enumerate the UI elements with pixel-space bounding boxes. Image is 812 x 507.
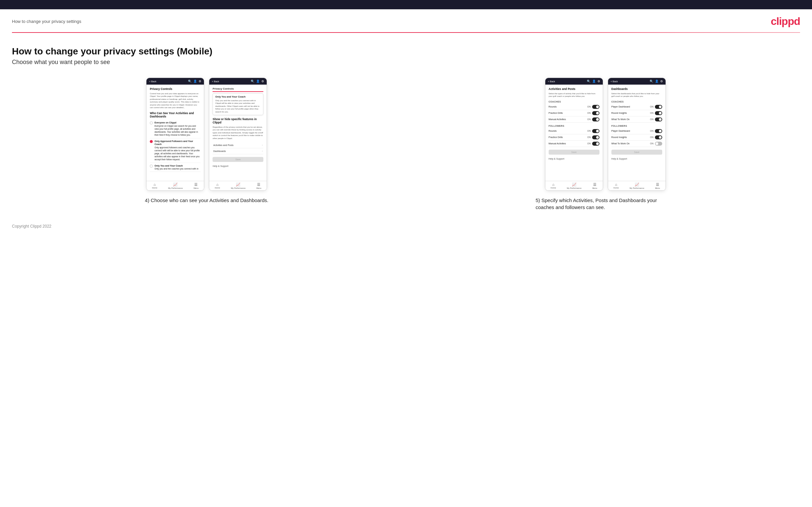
toggle-switch[interactable] bbox=[592, 111, 600, 115]
search-icon-4[interactable]: 🔍 bbox=[650, 79, 653, 83]
home-icon-2: ⌂ bbox=[216, 182, 218, 186]
popup-card-desc: Only you and the coaches you connect wit… bbox=[215, 99, 261, 113]
search-icon-3[interactable]: 🔍 bbox=[587, 79, 591, 83]
page-title: How to change your privacy settings (Mob… bbox=[12, 46, 800, 57]
toggle-row-label: What To Work On bbox=[611, 143, 630, 145]
activities-arrow: › bbox=[262, 144, 263, 147]
nav-menu-2[interactable]: ☰ Menu bbox=[256, 182, 261, 189]
nav-home-1[interactable]: ⌂ Home bbox=[152, 182, 157, 189]
screen2-topbar: < Back 🔍 👤 ⚙ bbox=[209, 78, 267, 84]
menu-label-4: Menu bbox=[655, 187, 660, 189]
back-button-1[interactable]: < Back bbox=[149, 80, 156, 82]
dashboards-nav[interactable]: Dashboards › bbox=[212, 148, 263, 154]
toggle-row-label: Rounds bbox=[549, 130, 557, 132]
screen1-body: Privacy Controls Control how you and you… bbox=[146, 84, 204, 181]
screen4-bottom-nav: ⌂ Home 📈 My Performance ☰ Menu bbox=[608, 181, 666, 190]
screen3-section-title: Activities and Posts bbox=[549, 87, 600, 91]
toggle-switch[interactable] bbox=[655, 117, 662, 121]
screen3-bottom-nav: ⌂ Home 📈 My Performance ☰ Menu bbox=[545, 181, 603, 190]
nav-home-2[interactable]: ⌂ Home bbox=[215, 182, 220, 189]
save-button-4[interactable]: Save bbox=[611, 150, 662, 155]
toggle-on-label: ON bbox=[650, 136, 654, 138]
toggle-switch[interactable] bbox=[655, 111, 662, 115]
toggle-row: RoundsON bbox=[549, 104, 600, 110]
nav-performance-1[interactable]: 📈 My Performance bbox=[168, 182, 183, 189]
option3-desc: Only you and the coaches you connect wit… bbox=[154, 168, 198, 170]
home-icon-4: ⌂ bbox=[615, 182, 617, 186]
nav-menu-1[interactable]: ☰ Menu bbox=[194, 182, 199, 189]
screenshot-group-right: < Back 🔍 👤 ⚙ Activities and Posts Select… bbox=[411, 78, 800, 211]
toggle-row-label: Manual Activities bbox=[549, 143, 566, 145]
screen3-followers-label: FOLLOWERS bbox=[549, 125, 600, 127]
screen4-followers-label: FOLLOWERS bbox=[611, 125, 662, 127]
save-button-2[interactable]: Save bbox=[212, 157, 263, 162]
toggle-switch[interactable] bbox=[655, 129, 662, 133]
screen2-tab-label: Privacy Controls bbox=[212, 87, 234, 90]
radio-circle-1 bbox=[150, 121, 153, 124]
save-button-3[interactable]: Save bbox=[549, 150, 600, 155]
toggle-switch[interactable] bbox=[592, 142, 600, 146]
toggle-switch[interactable] bbox=[655, 135, 662, 139]
radio-circle-3 bbox=[150, 165, 153, 168]
screen4-followers-list: Player DashboardONRound InsightsONWhat T… bbox=[611, 128, 662, 147]
toggle-on-label: ON bbox=[587, 112, 591, 114]
activities-posts-nav[interactable]: Activities and Posts › bbox=[212, 143, 263, 148]
caption-5: 5) Specify which Activities, Posts and D… bbox=[536, 197, 675, 211]
toggle-row: Manual ActivitiesON bbox=[549, 141, 600, 147]
settings-icon-4[interactable]: ⚙ bbox=[660, 79, 663, 83]
home-icon-3: ⌂ bbox=[552, 182, 555, 186]
header: How to change your privacy settings clip… bbox=[0, 9, 812, 32]
radio-everyone[interactable]: Everyone on Clippd Everyone on Clippd ca… bbox=[150, 120, 201, 138]
toggle-row-label: Round Insights bbox=[611, 112, 627, 114]
toggle-switch[interactable] bbox=[655, 105, 662, 109]
profile-icon-4[interactable]: 👤 bbox=[655, 79, 659, 83]
nav-menu-4[interactable]: ☰ Menu bbox=[655, 182, 660, 189]
radio-only-you[interactable]: Only You and Your Coach Only you and the… bbox=[150, 163, 201, 172]
nav-performance-2[interactable]: 📈 My Performance bbox=[231, 182, 245, 189]
toggle-switch[interactable] bbox=[655, 142, 662, 146]
screen3-mockup: < Back 🔍 👤 ⚙ Activities and Posts Select… bbox=[545, 78, 603, 191]
back-button-2[interactable]: < Back bbox=[212, 80, 219, 82]
search-icon-1[interactable]: 🔍 bbox=[188, 79, 192, 83]
screen1-mockup: < Back 🔍 👤 ⚙ Privacy Controls Control ho… bbox=[146, 78, 204, 191]
performance-label-2: My Performance bbox=[231, 187, 245, 189]
nav-home-3[interactable]: ⌂ Home bbox=[551, 182, 556, 189]
radio-circle-2 bbox=[150, 140, 153, 143]
menu-icon-3: ☰ bbox=[593, 182, 597, 187]
settings-icon-3[interactable]: ⚙ bbox=[598, 79, 600, 83]
toggle-on-label: ON bbox=[650, 106, 654, 108]
top-bar bbox=[0, 0, 812, 9]
menu-label-1: Menu bbox=[194, 187, 199, 189]
screen4-section-title: Dashboards bbox=[611, 87, 662, 91]
toggle-switch[interactable] bbox=[592, 105, 600, 109]
toggle-switch[interactable] bbox=[592, 117, 600, 121]
back-button-4[interactable]: < Back bbox=[611, 80, 618, 82]
screen4-mockup: < Back 🔍 👤 ⚙ Dashboards Select the dashb… bbox=[608, 78, 666, 191]
radio-approved[interactable]: Only Approved Followers and Your Coach O… bbox=[150, 138, 201, 163]
profile-icon-1[interactable]: 👤 bbox=[193, 79, 197, 83]
toggle-row-label: Rounds bbox=[549, 106, 557, 108]
toggle-row: Manual ActivitiesON bbox=[549, 116, 600, 123]
nav-home-4[interactable]: ⌂ Home bbox=[613, 182, 619, 189]
chart-icon-3: 📈 bbox=[572, 182, 576, 187]
screen3-coaches-label: COACHES bbox=[549, 101, 600, 103]
help-support-3: Help & Support bbox=[549, 156, 600, 160]
nav-menu-3[interactable]: ☰ Menu bbox=[592, 182, 597, 189]
toggle-row: Practice DrillsON bbox=[549, 134, 600, 141]
screenshot-pair-right: < Back 🔍 👤 ⚙ Activities and Posts Select… bbox=[545, 78, 666, 191]
back-button-3[interactable]: < Back bbox=[548, 80, 555, 82]
profile-icon-2[interactable]: 👤 bbox=[256, 79, 260, 83]
menu-icon-2: ☰ bbox=[257, 182, 260, 187]
nav-performance-3[interactable]: 📈 My Performance bbox=[567, 182, 581, 189]
toggle-switch[interactable] bbox=[592, 129, 600, 133]
profile-icon-3[interactable]: 👤 bbox=[592, 79, 596, 83]
screen2-mockup: < Back 🔍 👤 ⚙ Privacy Controls bbox=[209, 78, 267, 191]
nav-performance-4[interactable]: 📈 My Performance bbox=[630, 182, 644, 189]
settings-icon-1[interactable]: ⚙ bbox=[199, 79, 201, 83]
screen4-body: Dashboards Select the dashboards that yo… bbox=[608, 84, 666, 181]
settings-icon-2[interactable]: ⚙ bbox=[261, 79, 264, 83]
menu-label-2: Menu bbox=[256, 187, 261, 189]
toggle-switch[interactable] bbox=[592, 135, 600, 139]
search-icon-2[interactable]: 🔍 bbox=[251, 79, 254, 83]
popup-card-title: Only You and Your Coach bbox=[215, 95, 261, 98]
